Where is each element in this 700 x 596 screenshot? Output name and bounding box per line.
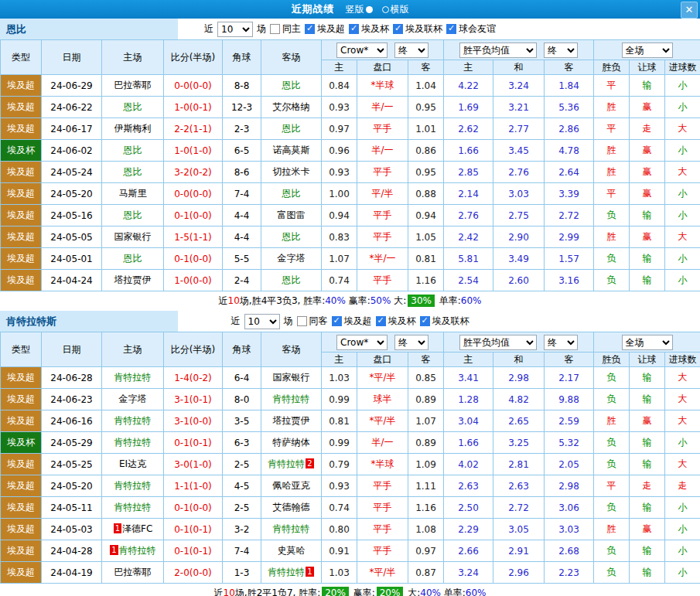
bookmaker-select[interactable]: Crow*: [336, 335, 388, 350]
checkbox-icon[interactable]: [393, 24, 403, 34]
near-label: 近: [231, 315, 241, 328]
home-team-name: 马斯里: [119, 188, 147, 199]
result-cell: 胜: [594, 519, 630, 540]
result-cell: 负: [594, 454, 630, 475]
score-cell: 1-0(1-0): [164, 140, 223, 162]
checkbox-icon[interactable]: [297, 316, 307, 326]
col-date: 日期: [42, 40, 102, 75]
corner-cell: 7-4: [223, 183, 261, 205]
euro-draw-odds-cell: 3.05: [493, 519, 545, 540]
league-filter[interactable]: 埃及联杯: [393, 22, 442, 36]
match-count-select[interactable]: 10: [244, 314, 280, 329]
home-team-name: 恩比: [124, 166, 142, 177]
goals-cell: 小: [665, 205, 700, 226]
league-type-cell: 埃及超: [1, 118, 42, 140]
checkbox-icon[interactable]: [305, 24, 315, 34]
col-asian-away: 客: [408, 352, 444, 367]
league-filter[interactable]: 埃及超: [305, 22, 345, 36]
home-team-name: 泽德FC: [122, 523, 152, 534]
result-cell: 负: [594, 432, 630, 454]
euro-away-odds-cell: 2.98: [545, 475, 594, 497]
euro-away-odds-cell: 3.03: [545, 519, 594, 540]
col-asian-away: 客: [408, 60, 444, 75]
summary-part: 10: [228, 295, 240, 306]
checkbox-icon[interactable]: [376, 316, 386, 326]
euro-away-odds-cell: 2.68: [545, 540, 594, 562]
euro-draw-odds-cell: 4.82: [493, 389, 545, 410]
col-cover: 让球: [630, 60, 665, 75]
goals-cell: 小: [665, 540, 700, 562]
asian-home-odds-cell: 0.83: [322, 226, 357, 248]
layout-option-horizontal[interactable]: 横版: [382, 3, 409, 16]
corner-cell: 2-5: [223, 497, 261, 519]
euro-odds-select[interactable]: 胜平负均值: [459, 43, 537, 58]
euro-draw-odds-cell: 2.72: [493, 497, 545, 519]
date-cell: 24-05-24: [42, 162, 102, 183]
euro-stage-select[interactable]: 终: [544, 43, 578, 58]
home-team-cell: 金字塔: [102, 389, 164, 410]
handicap-cell: 球半: [357, 389, 408, 410]
col-away: 客场: [261, 40, 322, 75]
away-team-cell: 艾尔格纳: [261, 97, 322, 118]
red-card-badge: 1: [114, 523, 121, 533]
league-filter[interactable]: 埃及超: [332, 315, 372, 328]
euro-home-odds-cell: 1.66: [444, 140, 493, 162]
away-team-name: 恩比: [282, 274, 301, 285]
euro-away-odds-cell: 9.88: [545, 389, 594, 410]
checkbox-icon[interactable]: [420, 316, 430, 326]
result-cell: 胜: [594, 410, 630, 432]
result-cell: 平: [594, 118, 630, 140]
away-team-cell: 史莫哈: [261, 540, 322, 562]
team-section-2: 肯特拉特斯 近 10 场 同客 埃及超埃及杯埃及联杯 类型 日期 主场 比分(半…: [0, 311, 700, 596]
asian-away-odds-cell: 0.86: [408, 140, 444, 162]
league-filter[interactable]: 埃及杯: [376, 315, 416, 328]
asian-home-odds-cell: 0.99: [322, 432, 357, 454]
bookmaker-select[interactable]: Crow*: [336, 43, 388, 58]
away-team-name: 肯特拉特: [268, 458, 305, 469]
asian-home-odds-cell: 1.03: [322, 367, 357, 389]
league-filter[interactable]: 埃及联杯: [420, 315, 470, 328]
summary-part: 60%: [461, 295, 482, 306]
checkbox-icon[interactable]: [446, 24, 456, 34]
radio-selected-icon[interactable]: [366, 6, 373, 13]
date-cell: 24-05-25: [42, 454, 102, 475]
odds-stage-select[interactable]: 终: [394, 43, 429, 58]
league-type-cell: 埃及超: [1, 475, 42, 497]
layout-option-vertical[interactable]: 竖版: [346, 3, 373, 16]
league-filter[interactable]: 球会友谊: [446, 22, 496, 36]
euro-draw-odds-cell: 2.81: [493, 454, 545, 475]
col-goals: 进球数: [665, 352, 700, 367]
match-row: 埃及超24-06-28肯特拉特1-4(0-2)6-4国家银行1.03*平/半0.…: [1, 367, 700, 389]
euro-home-odds-cell: 3.04: [444, 410, 493, 432]
league-filter[interactable]: 埃及杯: [349, 22, 389, 36]
same-venue-filter[interactable]: 同主: [270, 22, 301, 36]
checkbox-icon[interactable]: [270, 24, 280, 34]
same-venue-filter[interactable]: 同客: [297, 315, 328, 328]
corner-cell: 4-4: [223, 205, 261, 226]
odds-stage-select[interactable]: 终: [394, 335, 429, 350]
close-button[interactable]: ✕: [681, 2, 698, 19]
scope-select[interactable]: 全场: [622, 335, 673, 350]
cover-cell: 赢: [630, 410, 665, 432]
section-header-bar: 肯特拉特斯 近 10 场 同客 埃及超埃及杯埃及联杯: [0, 311, 700, 332]
match-row: 埃及超24-05-05国家银行1-5(1-1)4-4恩比0.83平手1.052.…: [1, 226, 700, 248]
away-team-cell: 金字塔: [261, 248, 322, 270]
home-team-cell: EI达克: [102, 454, 164, 475]
euro-stage-select[interactable]: 终: [544, 335, 578, 350]
scope-select[interactable]: 全场: [622, 43, 673, 58]
radio-unselected-icon[interactable]: [382, 6, 389, 13]
euro-odds-select[interactable]: 胜平负均值: [459, 335, 537, 350]
euro-draw-odds-cell: 3.24: [493, 75, 545, 97]
league-label: 埃及超: [317, 22, 345, 36]
checkbox-icon[interactable]: [332, 316, 342, 326]
asian-away-odds-cell: 0.88: [408, 183, 444, 205]
match-row: 埃及超24-04-24塔拉贾伊1-0(0-0)2-4恩比0.74平手1.162.…: [1, 270, 700, 291]
goals-cell: 小: [665, 432, 700, 454]
match-count-select[interactable]: 10: [217, 22, 253, 37]
record-summary: 近10场,胜4平3负3, 胜率:40% 赢率:50% 大:30% 单率:60%: [0, 291, 700, 311]
col-euro-home: 主: [444, 352, 493, 367]
euro-draw-odds-cell: 2.60: [493, 270, 545, 291]
checkbox-icon[interactable]: [349, 24, 359, 34]
asian-home-odds-cell: 0.93: [322, 97, 357, 118]
asian-away-odds-cell: 0.87: [408, 562, 444, 584]
